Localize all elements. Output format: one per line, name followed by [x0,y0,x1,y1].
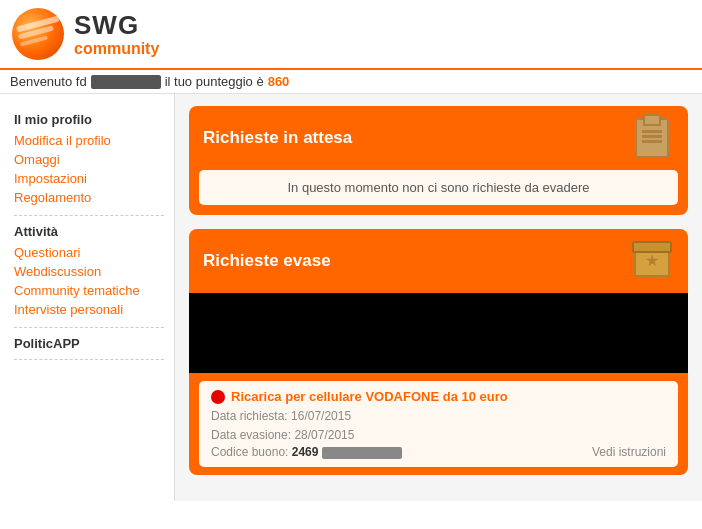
card-pending-title: Richieste in attesa [203,128,352,148]
logo-text: SWG community [74,11,159,57]
card-pending-header: Richieste in attesa [189,106,688,170]
box-icon: ★ [630,239,674,283]
user-score: 860 [268,74,290,89]
censored-code [322,447,402,459]
card-pending-empty: In questo momento non ci sono richieste … [199,170,678,205]
vedi-istruzioni-link[interactable]: Vedi istruzioni [592,445,666,459]
reward-title: Ricarica per cellulare VODAFONE da 10 eu… [211,389,666,404]
censored-username [91,75,161,89]
content: Richieste in attesa In questo momento no… [175,94,702,501]
reward-item: Ricarica per cellulare VODAFONE da 10 eu… [199,381,678,467]
reward-data-evasione: Data evasione: 28/07/2015 [211,426,666,445]
sidebar-divider-1 [14,215,164,216]
sidebar-link-community[interactable]: Community tematiche [14,281,164,300]
header: SWG community [0,0,702,70]
reward-data-richiesta: Data richiesta: 16/07/2015 [211,407,666,426]
sidebar-divider-3 [14,359,164,360]
sidebar-link-impostazioni[interactable]: Impostazioni [14,169,164,188]
sidebar-link-regolamento[interactable]: Regolamento [14,188,164,207]
vodafone-dot [211,390,225,404]
logo-swg: SWG [74,11,159,40]
main-layout: Il mio profilo Modifica il profilo Omagg… [0,94,702,501]
sidebar: Il mio profilo Modifica il profilo Omagg… [0,94,175,501]
sidebar-link-webdiscussion[interactable]: Webdiscussion [14,262,164,281]
card-evased-header: Richieste evase ★ [189,229,688,293]
welcome-bar: Benvenuto fd il tuo punteggio è 860 [0,70,702,94]
sidebar-link-modifica[interactable]: Modifica il profilo [14,131,164,150]
reward-title-text: Ricarica per cellulare VODAFONE da 10 eu… [231,389,508,404]
activity-section-title: Attività [14,224,164,239]
sidebar-link-omaggi[interactable]: Omaggi [14,150,164,169]
sidebar-politicapp[interactable]: PoliticAPP [14,336,164,351]
clipboard-icon [630,116,674,160]
welcome-text-middle: il tuo punteggio è [165,74,264,89]
logo-community: community [74,40,159,58]
logo-circle [12,8,64,60]
reward-codice-value: 2469 [292,445,319,459]
card-pending: Richieste in attesa In questo momento no… [189,106,688,215]
sidebar-link-questionari[interactable]: Questionari [14,243,164,262]
card-evased-title: Richieste evase [203,251,331,271]
card-black-area [189,293,688,373]
profile-section-title: Il mio profilo [14,112,164,127]
card-evased: Richieste evase ★ Ricarica per cellulare… [189,229,688,475]
sidebar-link-interviste[interactable]: Interviste personali [14,300,164,319]
welcome-text-before: Benvenuto fd [10,74,87,89]
sidebar-divider-2 [14,327,164,328]
